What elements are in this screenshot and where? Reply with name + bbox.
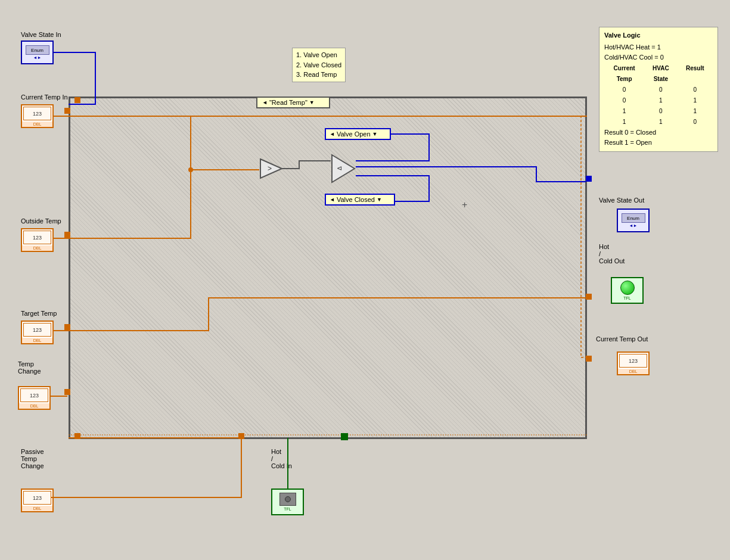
terminal-outside-temp xyxy=(64,232,70,238)
enum-out-text: Enum xyxy=(627,216,639,221)
temp-change-label: TempChange xyxy=(18,360,41,375)
bool-out-label: TFL xyxy=(623,296,630,300)
terminal-top-left xyxy=(74,97,80,103)
enum-in-sublabel: ◄► xyxy=(33,55,42,60)
enum-out-inner: Enum xyxy=(622,213,645,223)
valve-state-in-node[interactable]: Enum ◄► xyxy=(21,41,54,64)
note-box: 1. Valve Open 2. Valve Closed 3. Read Te… xyxy=(292,48,346,82)
terminal-bottom-bool xyxy=(341,433,348,440)
main-canvas: 1. Valve Open 2. Valve Closed 3. Read Te… xyxy=(0,0,730,560)
info-line1: Hot/HVAC Heat = 1 xyxy=(604,42,713,53)
enum-out-sublabel: ◄► xyxy=(629,223,638,228)
temp-change-type: DBL xyxy=(19,403,49,409)
col-sub-empty xyxy=(678,74,713,85)
enum-in-inner: Enum xyxy=(26,45,49,55)
table-row: 101 xyxy=(604,106,713,117)
note-line-1: 1. Valve Open xyxy=(296,50,341,60)
valve-open-selector[interactable]: ◄ Valve Open ▼ xyxy=(325,128,391,140)
current-temp-in-value: 123 xyxy=(23,107,51,120)
hot-cold-out-node[interactable]: TFL xyxy=(611,277,644,304)
info-title: Valve Logic xyxy=(604,30,713,41)
current-temp-out-type: DBL xyxy=(618,369,648,374)
valve-closed-selector[interactable]: ◄ Valve Closed ▼ xyxy=(325,194,395,206)
outside-temp-node[interactable]: 123 DBL xyxy=(21,228,54,252)
led-green xyxy=(620,281,635,295)
col-header-result: Result xyxy=(678,63,713,74)
target-temp-value: 123 xyxy=(23,323,51,337)
info-box: Valve Logic Hot/HVAC Heat = 1 Cold/HVAC … xyxy=(599,27,718,152)
current-temp-in-type: DBL xyxy=(22,122,52,127)
passive-temp-label: PassiveTempChange xyxy=(21,448,44,469)
current-temp-in-label: Current Temp In xyxy=(21,94,68,101)
enum-in-text: Enum xyxy=(31,48,44,53)
info-footer1: Result 0 = Closed xyxy=(604,127,713,138)
temp-change-value: 123 xyxy=(20,388,48,402)
compare-gt-node: > xyxy=(259,158,283,181)
dropdown-icon2: ▼ xyxy=(372,131,378,137)
valve-state-in-label: Valve State In xyxy=(21,31,61,38)
bool-in-icon xyxy=(279,493,296,506)
hot-cold-in-label: Hot/Cold In xyxy=(271,448,292,469)
terminal-hot-cold-out xyxy=(586,294,592,300)
left-arrow-icon2: ◄ xyxy=(330,131,335,137)
valve-closed-label: Valve Closed xyxy=(337,196,375,203)
outside-temp-type: DBL xyxy=(22,245,52,251)
bool-in-circle xyxy=(285,496,291,502)
left-arrow-icon: ◄ xyxy=(262,99,268,105)
table-row: 110 xyxy=(604,117,713,127)
col-header-current: Current xyxy=(604,63,644,74)
outside-temp-label: Outside Temp xyxy=(21,217,61,225)
valve-state-out-node[interactable]: Enum ◄► xyxy=(617,209,650,232)
table-row: 011 xyxy=(604,95,713,106)
table-row: 000 xyxy=(604,85,713,95)
target-temp-type: DBL xyxy=(22,338,52,343)
current-temp-out-label: Current Temp Out xyxy=(596,335,648,343)
target-temp-node[interactable]: 123 DBL xyxy=(21,321,54,344)
info-footer2: Result 1 = Open xyxy=(604,138,713,148)
left-arrow-icon3: ◄ xyxy=(330,197,335,203)
dropdown-icon3: ▼ xyxy=(377,197,382,203)
dropdown-icon: ▼ xyxy=(309,99,315,105)
terminal-temp-change xyxy=(64,389,70,395)
terminal-target-temp xyxy=(64,324,70,330)
select-node: ⊲ xyxy=(331,154,356,185)
terminal-valve-state-out xyxy=(586,176,592,182)
terminal-current-temp xyxy=(64,108,70,114)
passive-temp-node[interactable]: 123 DBL xyxy=(21,489,54,512)
outside-temp-value: 123 xyxy=(23,231,51,244)
note-line-3: 3. Read Temp xyxy=(296,70,341,80)
terminal-bottom-mid xyxy=(238,433,244,439)
hot-cold-in-node[interactable]: TFL xyxy=(271,489,304,515)
svg-text:>: > xyxy=(268,164,272,173)
terminal-bottom-left xyxy=(74,433,80,439)
target-temp-label: Target Temp xyxy=(21,310,57,317)
svg-marker-2 xyxy=(332,155,355,182)
case-selector-label: "Read Temp" xyxy=(269,99,307,106)
passive-temp-value: 123 xyxy=(23,491,51,505)
valve-open-label: Valve Open xyxy=(337,130,371,138)
passive-temp-type: DBL xyxy=(22,506,52,511)
hot-cold-out-label: Hot/Cold Out xyxy=(599,243,625,265)
col-header-hvac: HVAC xyxy=(644,63,677,74)
temp-change-node[interactable]: 123 DBL xyxy=(18,386,51,410)
current-temp-out-node[interactable]: 123 DBL xyxy=(617,351,650,375)
valve-state-out-label: Valve State Out xyxy=(599,197,644,204)
add-node: + xyxy=(462,200,467,210)
wire-passive-temp xyxy=(51,438,241,497)
current-temp-out-value: 123 xyxy=(619,354,647,368)
svg-text:⊲: ⊲ xyxy=(337,164,342,172)
col-sub-temp: Temp xyxy=(604,74,644,85)
case-structure xyxy=(69,97,587,439)
note-line-2: 2. Valve Closed xyxy=(296,60,341,70)
info-line2: Cold/HVAC Cool = 0 xyxy=(604,52,713,63)
bool-in-label: TFL xyxy=(284,507,291,511)
current-temp-in-node[interactable]: 123 DBL xyxy=(21,104,54,128)
col-sub-state: State xyxy=(644,74,677,85)
info-table: Current HVAC Result Temp State 000 011 xyxy=(604,63,713,127)
case-selector-read-temp[interactable]: ◄ "Read Temp" ▼ xyxy=(256,97,330,108)
terminal-current-out xyxy=(586,356,592,362)
